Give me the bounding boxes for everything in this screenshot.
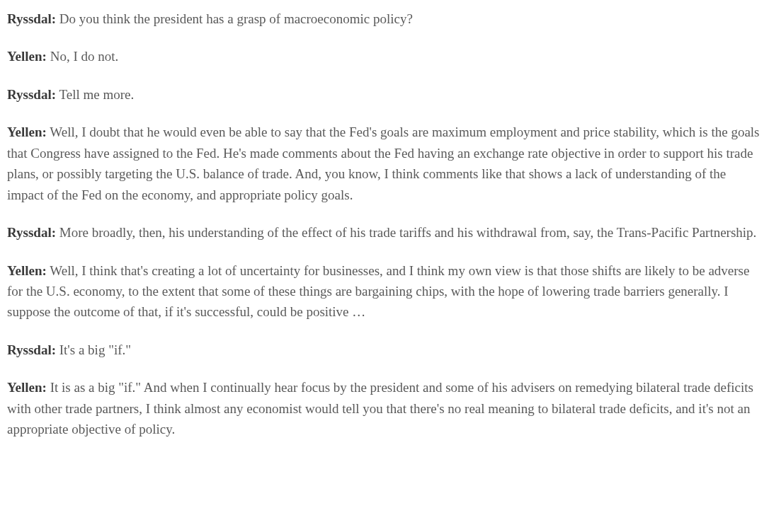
- interview-exchange: Yellen: No, I do not.: [7, 46, 762, 66]
- dialogue-text: It's a big "if.": [56, 342, 131, 357]
- dialogue-text: Well, I doubt that he would even be able…: [7, 125, 760, 202]
- speaker-name: Yellen:: [7, 263, 47, 278]
- interview-exchange: Yellen: Well, I think that's creating a …: [7, 260, 762, 323]
- dialogue-text: Do you think the president has a grasp o…: [56, 11, 413, 26]
- speaker-name: Yellen:: [7, 49, 47, 64]
- speaker-name: Yellen:: [7, 125, 47, 139]
- dialogue-text: Well, I think that's creating a lot of u…: [7, 263, 749, 320]
- speaker-name: Ryssdal:: [7, 225, 56, 240]
- dialogue-text: More broadly, then, his understanding of…: [56, 225, 756, 240]
- speaker-name: Ryssdal:: [7, 11, 56, 26]
- speaker-name: Ryssdal:: [7, 342, 56, 357]
- speaker-name: Ryssdal:: [7, 87, 56, 102]
- dialogue-text: It is as a big "if." And when I continua…: [7, 380, 753, 436]
- interview-exchange: Yellen: It is as a big "if." And when I …: [7, 377, 762, 439]
- interview-exchange: Ryssdal: Do you think the president has …: [7, 8, 762, 29]
- dialogue-text: No, I do not.: [47, 49, 118, 64]
- interview-exchange: Ryssdal: Tell me more.: [7, 84, 762, 105]
- interview-exchange: Ryssdal: More broadly, then, his underst…: [7, 222, 762, 243]
- dialogue-text: Tell me more.: [56, 87, 134, 102]
- interview-exchange: Yellen: Well, I doubt that he would even…: [7, 122, 762, 205]
- speaker-name: Yellen:: [7, 380, 47, 395]
- interview-exchange: Ryssdal: It's a big "if.": [7, 340, 762, 360]
